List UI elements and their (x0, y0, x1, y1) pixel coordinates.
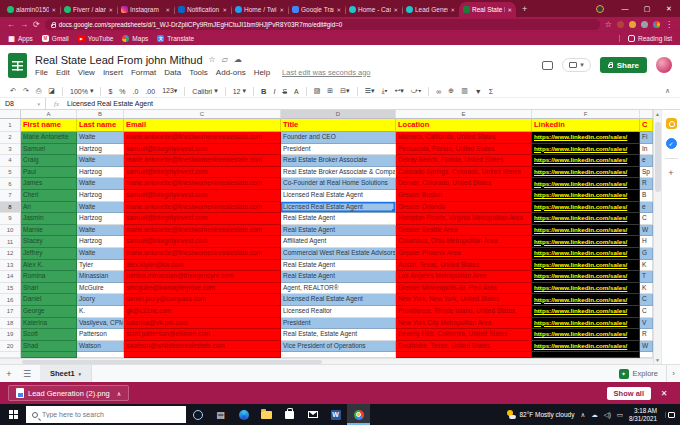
cell-email[interactable]: daniel.joory@compass.com (124, 294, 281, 306)
row-number[interactable]: 7 (0, 190, 21, 202)
cell-location[interactable]: Hampton Roads, Virginia Metropolitan Are… (396, 213, 532, 225)
row-number[interactable]: 1 (0, 119, 21, 132)
percent-format-icon[interactable]: % (119, 88, 125, 95)
menu-format[interactable]: Format (131, 68, 156, 77)
row-number[interactable]: 13 (0, 260, 21, 272)
cell-g[interactable]: Fi (640, 132, 653, 144)
new-tab-button[interactable]: + (522, 4, 527, 14)
browser-tab[interactable]: Home / Twi✕ (231, 2, 288, 17)
cell-last[interactable]: Waite (77, 178, 124, 190)
header-cell[interactable]: First name (21, 119, 77, 132)
cell-title[interactable]: President (281, 144, 396, 156)
cell-location[interactable]: Beverly Hills, California, United States (396, 329, 532, 341)
more-formats-icon[interactable]: 123▾ (162, 87, 177, 95)
cell-g[interactable]: C (640, 294, 653, 306)
row-number[interactable]: 18 (0, 318, 21, 330)
cell-last[interactable]: Tyler (77, 260, 124, 272)
scroll-down-icon[interactable]: ▼ (654, 357, 661, 363)
menu-insert[interactable]: Insert (103, 68, 123, 77)
word-icon[interactable]: W (324, 404, 347, 425)
cell-last[interactable]: Waite (77, 132, 124, 144)
cell-g[interactable]: e (640, 202, 653, 214)
cell-linkedin[interactable]: https://www.linkedin.com/sales/ (532, 294, 640, 306)
store-icon[interactable] (278, 404, 301, 425)
browser-tab[interactable]: Real State L✕ (459, 2, 516, 17)
bookmark-item[interactable]: ▦Apps (8, 35, 33, 42)
cell-title[interactable]: Real Estate Agent (281, 213, 396, 225)
cell-linkedin[interactable]: https://www.linkedin.com/sales/ (532, 341, 640, 353)
cell-first[interactable]: Daniel (21, 294, 77, 306)
cell-email[interactable]: scott.patterson@elliman.com (124, 329, 281, 341)
undo-icon[interactable]: ↶ (10, 87, 16, 95)
cell-first[interactable]: Paul (21, 167, 77, 179)
cell-last[interactable]: Vasilyeva, CPM (77, 318, 124, 330)
bold-icon[interactable]: B (261, 87, 266, 96)
cell-g[interactable]: In (640, 144, 653, 156)
action-center-button[interactable] (665, 412, 677, 418)
italic-icon[interactable]: I (273, 88, 275, 95)
cell-title[interactable]: Real Estate, Estate Agent (281, 329, 396, 341)
cell-location[interactable]: Greater Phoenix Area (396, 248, 532, 260)
cell-title[interactable]: Affiliated Agent (281, 236, 396, 248)
cell-location[interactable]: Greater Seattle Area (396, 225, 532, 237)
cell-g[interactable]: e (640, 155, 653, 167)
cell-location[interactable]: Greater Orlando (396, 202, 532, 214)
column-header-E[interactable]: E (396, 110, 532, 119)
cell-last[interactable]: McGuire (77, 283, 124, 295)
cell-linkedin[interactable]: https://www.linkedin.com/sales/ (532, 248, 640, 260)
tab-close-icon[interactable]: ✕ (51, 7, 56, 13)
cell-location[interactable]: Greater Minneapolis-St. Paul Area (396, 283, 532, 295)
browser-tab[interactable]: Fiverr / alam✕ (60, 2, 117, 17)
cell-first[interactable]: Jeffrey (21, 248, 77, 260)
cell-linkedin[interactable]: https://www.linkedin.com/sales/ (532, 155, 640, 167)
header-cell[interactable]: Location (396, 119, 532, 132)
header-cell[interactable]: Title (281, 119, 396, 132)
column-header-D[interactable]: D (281, 110, 396, 119)
share-button[interactable]: Share (600, 57, 647, 73)
row-number[interactable]: 14 (0, 271, 21, 283)
select-all-corner[interactable] (0, 110, 21, 119)
menu-edit[interactable]: Edit (56, 68, 70, 77)
row-number[interactable]: 17 (0, 306, 21, 318)
cell-location[interactable]: Los Angeles Metropolitan Area (396, 271, 532, 283)
row-number[interactable]: 6 (0, 178, 21, 190)
cell-last[interactable]: K. (77, 306, 124, 318)
show-all-downloads-button[interactable]: Show all (607, 387, 651, 400)
start-button[interactable] (0, 404, 26, 425)
cell-location[interactable]: Southlake, Texas, United States (396, 341, 532, 353)
tab-close-icon[interactable]: ✕ (450, 7, 455, 13)
browser-tab[interactable]: Home - Can✕ (345, 2, 402, 17)
taskbar-search[interactable] (26, 406, 186, 423)
cell-last[interactable]: Hartzog (77, 190, 124, 202)
cell-first[interactable]: George (21, 306, 77, 318)
all-sheets-icon[interactable]: ☰ (18, 369, 36, 379)
cell-linkedin[interactable]: https://www.linkedin.com/sales/ (532, 236, 640, 248)
row-number[interactable]: 4 (0, 155, 21, 167)
activity-icon[interactable] (542, 61, 553, 70)
cell-title[interactable]: Licensed Real Estate Agent (281, 190, 396, 202)
cell-linkedin[interactable]: https://www.linkedin.com/sales/ (532, 167, 640, 179)
cell-g[interactable]: V (640, 318, 653, 330)
tab-close-icon[interactable]: ✕ (507, 7, 512, 13)
print-icon[interactable]: ⎙ (36, 87, 42, 95)
document-title[interactable]: Real State Lead From john Mithud (35, 54, 203, 66)
cell-g[interactable]: Sp (640, 167, 653, 179)
minimize-button[interactable]: — (614, 5, 636, 12)
tab-close-icon[interactable]: ✕ (279, 7, 284, 13)
extension-icon[interactable] (641, 21, 648, 28)
row-number[interactable]: 5 (0, 167, 21, 179)
cell-title[interactable]: Licensed Real Estate Agent (281, 294, 396, 306)
column-header-C[interactable]: C (124, 110, 281, 119)
menu-data[interactable]: Data (164, 68, 181, 77)
cell-title[interactable]: Real Estate Agent (281, 260, 396, 272)
browser-tab[interactable]: Lead Gener✕ (402, 2, 459, 17)
cell-title[interactable]: Co-Founder at Real Home Solutions (281, 178, 396, 190)
reload-icon[interactable]: ⟳ (33, 21, 40, 29)
tab-close-icon[interactable]: ✕ (165, 7, 170, 13)
cell-g[interactable]: K (640, 283, 653, 295)
cell-first[interactable]: Samuel (21, 144, 77, 156)
currency-format-icon[interactable]: $ (108, 88, 112, 95)
cell-email[interactable]: alex.ktyler@kw.com (124, 260, 281, 272)
cell-location[interactable]: Delray Beach, Florida, United States (396, 155, 532, 167)
cell-first[interactable]: Marie Antonette (21, 132, 77, 144)
